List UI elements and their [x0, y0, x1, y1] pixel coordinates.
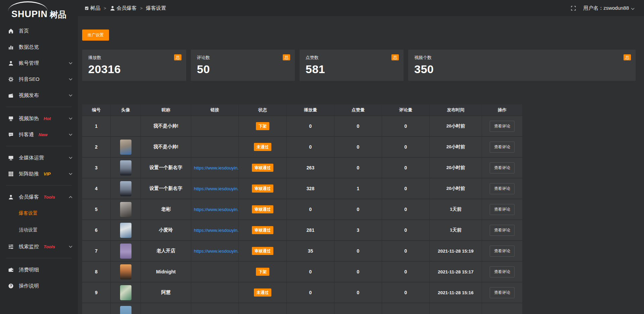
menu-divider: [6, 185, 72, 186]
view-comments-button[interactable]: 查看评论: [490, 246, 515, 257]
cell-id: 5: [82, 199, 111, 219]
stat-label: 点赞数: [306, 55, 397, 61]
sidebar-item-会员爆客[interactable]: 会员爆客Tools: [0, 189, 78, 205]
cell-link: [191, 282, 239, 303]
sidebar-item-矩阵助推[interactable]: 矩阵助推VIP: [0, 166, 78, 182]
cell-comments: 0: [382, 199, 430, 219]
cell-actions: 查看评论: [482, 282, 522, 303]
cell-likes: 0: [334, 282, 382, 303]
avatar: [120, 306, 131, 314]
avatar: [120, 160, 131, 175]
bar-chart-icon: [8, 44, 14, 50]
table-header-状态: 状态: [239, 104, 287, 115]
breadcrumb-item-树品[interactable]: 树品: [85, 5, 100, 11]
gear-icon: [8, 76, 14, 82]
cell-status: 未通过: [239, 282, 287, 303]
breadcrumb-item-会员爆客[interactable]: 会员爆客: [110, 5, 137, 11]
user-menu[interactable]: 用户名：zswodun88: [583, 5, 635, 11]
cell-avatar: [111, 199, 141, 219]
sidebar-item-线索监控[interactable]: 线索监控Tools: [0, 239, 78, 255]
breadcrumb-label: 树品: [90, 5, 100, 11]
cell-plays: 281: [287, 220, 334, 240]
screen-icon: [8, 116, 14, 121]
sidebar-item-label: 首页: [19, 28, 29, 34]
cell-id: 9: [82, 282, 111, 303]
stat-total-badge: 总: [283, 54, 290, 60]
cell-link[interactable]: https://www.iesdouyin.c: [191, 178, 239, 199]
sidebar-item-抖音SEO[interactable]: 抖音SEO: [0, 71, 78, 87]
video-table: 编号头像昵称链接状态播放量点赞量评论量发布时间操作 1我不是小帅!下架00020…: [82, 104, 522, 314]
cell-link[interactable]: https://www.iesdouyin.c: [191, 158, 239, 178]
sidebar-subitem-爆客设置[interactable]: 爆客设置: [0, 205, 78, 222]
breadcrumb-label: 爆客设置: [146, 5, 166, 11]
sidebar-item-视频加热[interactable]: 视频加热Hot: [0, 110, 78, 126]
table-row: 9阿慧未通过0002021-11-28 15:16查看评论: [82, 282, 522, 303]
cell-likes: 0: [334, 116, 382, 136]
view-comments-button[interactable]: 查看评论: [490, 142, 515, 153]
cell-likes: 0: [334, 241, 382, 261]
question-icon: ?: [8, 283, 14, 289]
cell-nickname: 老人开店: [141, 241, 191, 261]
cell-comments: 0: [382, 158, 430, 178]
username-label: 用户名：zswodun88: [583, 5, 629, 11]
cell-actions: [482, 303, 522, 314]
sidebar-item-账号管理[interactable]: 账号管理: [0, 55, 78, 71]
cell-likes: 0: [334, 158, 382, 178]
cell-link[interactable]: https://www.iesdouyin.c: [191, 199, 239, 219]
avatar: [120, 285, 131, 300]
cell-plays: 328: [287, 178, 334, 199]
cell-likes: 0: [334, 199, 382, 219]
promo-settings-button[interactable]: 推广设置: [82, 30, 109, 41]
chevron-down-icon: [69, 94, 72, 97]
cell-nickname: 设置一个新名字: [141, 158, 191, 178]
view-comments-button[interactable]: 查看评论: [490, 225, 515, 236]
stat-card-播放数: 播放数总20316: [82, 50, 186, 81]
chevron-down-icon: [69, 157, 72, 159]
monitor-icon: [8, 155, 14, 161]
view-comments-button[interactable]: 查看评论: [490, 162, 515, 173]
cell-publish-time: 1天前: [430, 220, 482, 240]
stat-label: 播放数: [88, 55, 180, 61]
view-comments-button[interactable]: 查看评论: [490, 287, 515, 298]
stat-card-评论数: 评论数总50: [191, 50, 295, 81]
sidebar-item-首页[interactable]: 首页: [0, 23, 78, 39]
fullscreen-icon[interactable]: [571, 6, 576, 11]
cell-nickname: 我不是小帅!: [141, 116, 191, 136]
sidebar-item-全媒体运营[interactable]: 全媒体运营: [0, 150, 78, 166]
cell-status: [239, 303, 287, 314]
cell-avatar: [111, 262, 141, 282]
cell-plays: 0: [287, 262, 334, 282]
view-comments-button[interactable]: 查看评论: [490, 183, 515, 194]
cell-link[interactable]: https://www.iesdouyin.c: [191, 220, 239, 240]
sidebar-item-抖客通[interactable]: 抖客通New: [0, 126, 78, 143]
cell-actions: 查看评论: [482, 158, 522, 178]
table-row: [82, 303, 522, 314]
user-icon: [110, 5, 115, 11]
sidebar-item-消费明细[interactable]: 消费明细: [0, 262, 78, 278]
cell-status: 审核通过: [239, 241, 287, 261]
cell-comments: 0: [382, 241, 430, 261]
member-icon: [8, 194, 14, 200]
view-comments-button[interactable]: 查看评论: [490, 266, 515, 277]
logo-text-cn: 树品: [50, 10, 66, 19]
cell-publish-time: 2021-11-28 15:19: [430, 241, 482, 261]
avatar: [120, 244, 131, 259]
cell-publish-time: [430, 303, 482, 314]
sidebar-item-数据总览[interactable]: 数据总览: [0, 39, 78, 55]
stat-card-点赞数: 点赞数总581: [300, 50, 404, 81]
sidebar-item-label: 会员爆客: [19, 194, 39, 200]
video-publish-icon: [8, 93, 14, 98]
view-comments-button[interactable]: 查看评论: [490, 204, 515, 215]
chevron-down-icon: [69, 117, 72, 120]
cell-link[interactable]: https://www.iesdouyin.c: [191, 241, 239, 261]
table-row: 8Midnight下架0002021-11-28 15:17查看评论: [82, 262, 522, 282]
cell-actions: 查看评论: [482, 116, 522, 136]
view-comments-button[interactable]: 查看评论: [490, 121, 515, 132]
cell-link: [191, 262, 239, 282]
sidebar-item-label: 视频加热: [19, 115, 39, 122]
status-badge: 审核通过: [252, 247, 273, 255]
stat-total-badge: 总: [624, 54, 631, 60]
sidebar-subitem-活动设置[interactable]: 活动设置: [0, 222, 78, 239]
sidebar-item-视频发布[interactable]: 视频发布: [0, 87, 78, 103]
sidebar-item-操作说明[interactable]: ?操作说明: [0, 278, 78, 294]
